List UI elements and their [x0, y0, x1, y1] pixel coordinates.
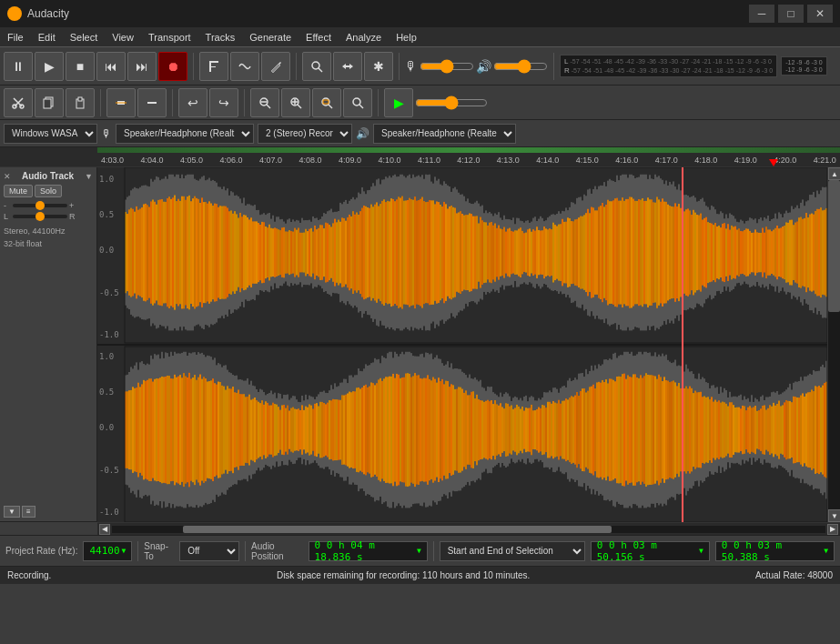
menu-generate[interactable]: Generate — [242, 27, 299, 47]
pan-row: L R — [4, 212, 93, 221]
solo-button[interactable]: Solo — [35, 185, 62, 197]
play-at-speed-button[interactable]: ▶ — [384, 88, 413, 117]
trim-button[interactable] — [106, 88, 136, 117]
timeline-ruler: 4:03.0 4:04.0 4:05.0 4:06.0 4:07.0 4:08.… — [0, 147, 840, 167]
menu-transport[interactable]: Transport — [141, 27, 198, 47]
selection-tool-button[interactable] — [199, 52, 228, 81]
scroll-down-button[interactable]: ▼ — [828, 509, 840, 522]
menu-tracks[interactable]: Tracks — [198, 27, 243, 47]
zoom-in-button[interactable] — [281, 88, 310, 117]
forward-button[interactable]: ⏭ — [127, 52, 157, 81]
tick-10: 4:12.0 — [457, 156, 480, 165]
stop-button[interactable]: ■ — [66, 52, 95, 81]
minimize-button[interactable]: ─ — [749, 5, 774, 23]
track-settings-button[interactable]: ≡ — [22, 506, 35, 518]
track-collapse-button[interactable]: ▼ — [4, 506, 20, 518]
audio-position-label: Audio Position — [251, 541, 302, 561]
record-button[interactable]: ⏺ — [158, 52, 187, 81]
menu-edit[interactable]: Edit — [31, 27, 63, 47]
silence-button[interactable] — [137, 88, 167, 117]
slide-tool-button[interactable] — [333, 52, 362, 81]
host-select[interactable]: Windows WASA — [4, 124, 97, 144]
menu-analyze[interactable]: Analyze — [339, 27, 389, 47]
redo-button[interactable]: ↪ — [209, 88, 238, 117]
tick-2: 4:04.0 — [140, 156, 163, 165]
mute-button[interactable]: Mute — [4, 185, 33, 197]
vu-right-row: R -57 -54 -51 -48 -45 -42 -39 -36 -33 -3… — [564, 66, 773, 75]
mic-icon: 🎙 — [405, 59, 418, 74]
input-volume-slider[interactable] — [420, 59, 474, 74]
selection-end-value: 0 0 h 03 m 50.388 s — [722, 539, 822, 563]
zoom-fit-button[interactable] — [312, 88, 341, 117]
scroll-up-button[interactable]: ▲ — [828, 167, 840, 180]
scroll-thumb-h[interactable] — [183, 526, 611, 533]
menu-select[interactable]: Select — [63, 27, 106, 47]
multi-tool-button[interactable]: ✱ — [364, 52, 393, 81]
play-button[interactable]: ▶ — [35, 52, 64, 81]
horizontal-scrollbar[interactable]: ◀ ▶ — [97, 522, 840, 535]
edit-separator-1 — [100, 89, 101, 116]
vu-left-bar: -57 -54 -51 -48 -45 -42 -39 -36 -33 -30 … — [570, 58, 771, 65]
sep-2 — [245, 541, 246, 561]
edit-separator-4 — [378, 89, 379, 116]
menu-file[interactable]: File — [0, 27, 31, 47]
project-rate-value-box[interactable]: 44100 ▼ — [83, 541, 132, 561]
gain-slider[interactable] — [13, 204, 67, 207]
selection-type-select[interactable]: Start and End of Selection Start and Len… — [440, 541, 585, 561]
snap-to-select[interactable]: Off Nearest — [179, 541, 239, 561]
app-icon — [7, 6, 22, 21]
selection-end-box[interactable]: 0 0 h 03 m 50.388 s ▼ — [715, 541, 835, 561]
paste-button[interactable] — [66, 88, 95, 117]
output-volume-slider[interactable] — [493, 59, 548, 74]
pan-slider[interactable] — [13, 215, 67, 218]
close-button[interactable]: ✕ — [807, 5, 833, 23]
svg-line-27 — [359, 105, 363, 108]
output-device-select[interactable]: Speaker/Headphone (Realte — [373, 124, 516, 144]
speaker-icon-small: 🔊 — [356, 127, 369, 140]
waveform-area[interactable] — [97, 167, 827, 522]
vu-left-label: L — [564, 57, 568, 65]
mic-icon-small: 🎙 — [101, 127, 112, 140]
undo-button[interactable]: ↩ — [178, 88, 207, 117]
scroll-left-button[interactable]: ◀ — [99, 524, 110, 535]
menu-view[interactable]: View — [105, 27, 141, 47]
status-left: Recording. — [7, 570, 51, 580]
zoom-sel-button[interactable] — [343, 88, 372, 117]
pan-left-label: L — [4, 212, 11, 221]
scroll-right-button[interactable]: ▶ — [827, 524, 838, 535]
volume-label-neg: - — [4, 201, 11, 210]
tick-13: 4:15.0 — [576, 156, 599, 165]
scroll-track — [828, 180, 840, 509]
vu-meters: L -57 -54 -51 -48 -45 -42 -39 -36 -33 -3… — [560, 55, 777, 77]
copy-button[interactable] — [35, 88, 64, 117]
app-title: Audacity — [27, 7, 69, 20]
pause-button[interactable]: ⏸ — [4, 52, 33, 81]
track-close-icon[interactable]: ✕ — [4, 172, 11, 181]
input-channels-select[interactable]: 2 (Stereo) Recor — [258, 124, 352, 144]
cut-button[interactable] — [4, 88, 33, 117]
play-speed-slider[interactable] — [415, 96, 488, 110]
vertical-scrollbar[interactable]: ▲ ▼ — [827, 167, 840, 522]
zoom-tool-button[interactable] — [302, 52, 331, 81]
scroll-thumb[interactable] — [828, 180, 840, 312]
volume-row: - + — [4, 201, 93, 210]
pencil-tool-button[interactable] — [261, 52, 290, 81]
rewind-button[interactable]: ⏮ — [96, 52, 126, 81]
tick-3: 4:05.0 — [180, 156, 203, 165]
track-indicator-bar — [97, 147, 840, 153]
selection-start-box[interactable]: 0 0 h 03 m 50.156 s ▼ — [591, 541, 710, 561]
envelope-tool-button[interactable] — [230, 52, 259, 81]
zoom-out-button[interactable] — [250, 88, 279, 117]
svg-point-26 — [353, 98, 360, 106]
level-row2: -12 -9 -6 -3 0 — [785, 66, 822, 73]
sep-3 — [433, 541, 434, 561]
menu-help[interactable]: Help — [389, 27, 424, 47]
project-rate-control: 44100 ▼ — [83, 541, 132, 561]
audio-position-box[interactable]: 0 0 h 04 m 18.836 s ▼ — [309, 541, 428, 561]
waveform-canvas[interactable] — [97, 167, 827, 522]
menu-effect[interactable]: Effect — [299, 27, 339, 47]
tick-6: 4:08.0 — [299, 156, 321, 165]
maximize-button[interactable]: □ — [778, 5, 804, 23]
track-expand-icon[interactable]: ▼ — [85, 172, 93, 181]
input-device-select[interactable]: Speaker/Headphone (Realt — [116, 124, 254, 144]
